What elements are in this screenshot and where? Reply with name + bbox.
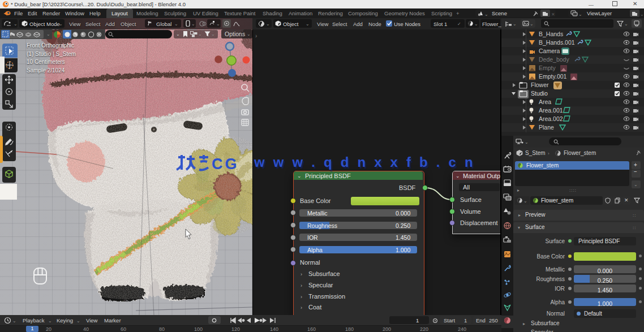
svg-text:Dede_body: Dede_body: [539, 56, 569, 63]
svg-text:B_Hands: B_Hands: [539, 31, 563, 37]
svg-text:Camera: Camera: [539, 48, 560, 54]
svg-text:B_Hands.001: B_Hands.001: [539, 39, 575, 46]
svg-text:Empty.001: Empty.001: [539, 73, 567, 80]
svg-text:Area.002: Area.002: [539, 115, 563, 122]
svg-text:Empty: Empty: [539, 64, 556, 71]
svg-text:Area.001: Area.001: [539, 107, 563, 114]
svg-text:Area: Area: [539, 98, 551, 105]
svg-text:Flower: Flower: [531, 81, 549, 88]
svg-text:Studio: Studio: [531, 90, 548, 97]
svg-text:Plane: Plane: [539, 124, 554, 131]
